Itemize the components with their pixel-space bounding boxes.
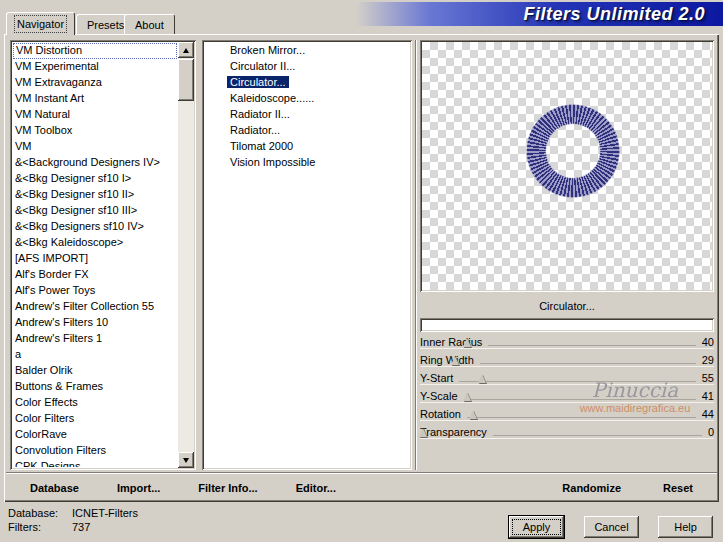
title-banner: Filters Unlimited 2.0 xyxy=(356,2,723,26)
slider-thumb[interactable] xyxy=(469,410,477,419)
filter-item-label: Vision Impossible xyxy=(227,156,318,168)
category-item[interactable]: VM Extravaganza xyxy=(13,75,177,91)
filter-info-button[interactable]: Filter Info... xyxy=(198,482,257,494)
category-item[interactable]: Color Filters xyxy=(13,411,177,427)
filter-item-label: Tilomat 2000 xyxy=(227,140,296,152)
category-item[interactable]: [AFS IMPORT] xyxy=(13,251,177,267)
bottom-divider xyxy=(6,472,717,474)
category-item[interactable]: &<Bkg Kaleidoscope> xyxy=(13,235,177,251)
arrow-up-icon xyxy=(183,48,189,53)
param-label: Rotation xyxy=(420,408,467,420)
category-item[interactable]: &<Bkg Designer sf10 II> xyxy=(13,187,177,203)
category-item[interactable]: VM xyxy=(13,139,177,155)
category-item[interactable]: VM Natural xyxy=(13,107,177,123)
category-item[interactable]: VM Experimental xyxy=(13,59,177,75)
import-button[interactable]: Import... xyxy=(117,482,160,494)
category-item[interactable]: Convolution Filters xyxy=(13,443,177,459)
arrow-down-icon xyxy=(183,458,189,463)
filter-item[interactable]: Radiator... xyxy=(227,123,409,139)
status-bar: Database: ICNET-Filters Filters: 737 xyxy=(8,507,138,533)
panel-actions-left: Database Import... Filter Info... Editor… xyxy=(4,477,414,498)
slider-thumb[interactable] xyxy=(463,392,471,401)
category-item[interactable]: Alf's Power Toys xyxy=(13,283,177,299)
scroll-down-button[interactable] xyxy=(178,452,194,468)
filter-item-label: Radiator II... xyxy=(227,108,293,120)
param-row-transparency[interactable]: Transparency0 xyxy=(420,424,714,442)
param-row-rotation[interactable]: Rotation44 xyxy=(420,406,714,424)
param-label: Transparency xyxy=(420,426,493,438)
banner-title: Filters Unlimited 2.0 xyxy=(523,4,705,25)
apply-button[interactable]: Apply xyxy=(509,516,564,538)
category-item[interactable]: Andrew's Filter Collection 55 xyxy=(13,299,177,315)
filter-item-label: Circulator... xyxy=(227,76,289,88)
randomize-button[interactable]: Randomize xyxy=(562,482,621,494)
filter-list: Broken Mirror...Circulator II...Circulat… xyxy=(202,40,412,470)
slider-thumb[interactable] xyxy=(463,338,471,347)
slider-thumb[interactable] xyxy=(419,428,427,437)
filter-item-label: Radiator... xyxy=(227,124,283,136)
tab-about-label: About xyxy=(135,19,164,31)
param-row-ring-width[interactable]: Ring Width29 xyxy=(420,352,714,370)
category-item[interactable]: &<Bkg Designers sf10 IV> xyxy=(13,219,177,235)
category-item[interactable]: ColorRave xyxy=(13,427,177,443)
scrollbar-thumb[interactable] xyxy=(178,59,194,101)
database-button[interactable]: Database xyxy=(30,482,79,494)
tab-presets-label: Presets xyxy=(87,19,124,31)
filter-item-label: Broken Mirror... xyxy=(227,44,308,56)
filter-item[interactable]: Kaleidoscope...... xyxy=(227,91,409,107)
param-value: 0 xyxy=(702,426,714,438)
category-item[interactable]: a xyxy=(13,347,177,363)
category-item[interactable]: &<Background Designers IV> xyxy=(13,155,177,171)
category-item[interactable]: &<Bkg Designer sf10 I> xyxy=(13,171,177,187)
param-row-y-scale[interactable]: Y-Scale41 xyxy=(420,388,714,406)
filter-item-label: Circulator II... xyxy=(227,60,298,72)
category-item[interactable]: &<Bkg Designer sf10 III> xyxy=(13,203,177,219)
slider-thumb[interactable] xyxy=(478,374,486,383)
category-item[interactable]: Andrew's Filters 10 xyxy=(13,315,177,331)
cancel-button[interactable]: Cancel xyxy=(584,516,639,538)
tab-navigator[interactable]: Navigator xyxy=(6,12,75,35)
category-item[interactable]: VM Instant Art xyxy=(13,91,177,107)
category-item[interactable]: VM Distortion xyxy=(13,43,177,59)
category-item[interactable]: Andrew's Filters 1 xyxy=(13,331,177,347)
category-item[interactable]: Color Effects xyxy=(13,395,177,411)
category-items: VM DistortionVM ExperimentalVM Extravaga… xyxy=(13,43,177,467)
param-label: Y-Start xyxy=(420,372,459,384)
tab-about[interactable]: About xyxy=(124,14,175,34)
category-item[interactable]: CPK Designs xyxy=(13,459,177,467)
category-scrollbar[interactable] xyxy=(178,42,194,468)
reset-button[interactable]: Reset xyxy=(663,482,693,494)
scroll-up-button[interactable] xyxy=(178,42,194,58)
filter-item[interactable]: Tilomat 2000 xyxy=(227,139,409,155)
filter-item[interactable]: Circulator II... xyxy=(227,59,409,75)
editor-button[interactable]: Editor... xyxy=(296,482,336,494)
status-filters-label: Filters: xyxy=(8,521,64,533)
filter-item[interactable]: Circulator... xyxy=(227,75,409,91)
status-database-value: ICNET-Filters xyxy=(72,507,138,519)
param-label: Ring Width xyxy=(420,354,480,366)
category-item[interactable]: Balder Olrik xyxy=(13,363,177,379)
slider-thumb[interactable] xyxy=(451,356,459,365)
param-value: 55 xyxy=(696,372,714,384)
filter-item[interactable]: Vision Impossible xyxy=(227,155,409,171)
category-item[interactable]: Buttons & Frames xyxy=(13,379,177,395)
panel-divider xyxy=(415,40,417,470)
category-list: VM DistortionVM ExperimentalVM Extravaga… xyxy=(10,40,196,470)
param-value: 41 xyxy=(696,390,714,402)
filter-item[interactable]: Radiator II... xyxy=(227,107,409,123)
filter-item[interactable]: Broken Mirror... xyxy=(227,43,409,59)
category-item[interactable]: Alf's Border FX xyxy=(13,267,177,283)
preview-ring xyxy=(525,103,621,199)
help-button[interactable]: Help xyxy=(658,516,713,538)
panel-actions-right: Randomize Reset xyxy=(418,477,719,498)
param-label: Inner Radius xyxy=(420,336,488,348)
param-row-y-start[interactable]: Y-Start55 xyxy=(420,370,714,388)
param-value: 40 xyxy=(696,336,714,348)
param-value: 44 xyxy=(696,408,714,420)
status-database-label: Database: xyxy=(8,507,64,519)
parameter-sliders: Inner Radius40Ring Width29Y-Start55Y-Sca… xyxy=(420,334,714,442)
category-item[interactable]: VM Toolbox xyxy=(13,123,177,139)
status-filters-value: 737 xyxy=(72,521,138,533)
filter-item-label: Kaleidoscope...... xyxy=(227,92,317,104)
param-row-inner-radius[interactable]: Inner Radius40 xyxy=(420,334,714,352)
